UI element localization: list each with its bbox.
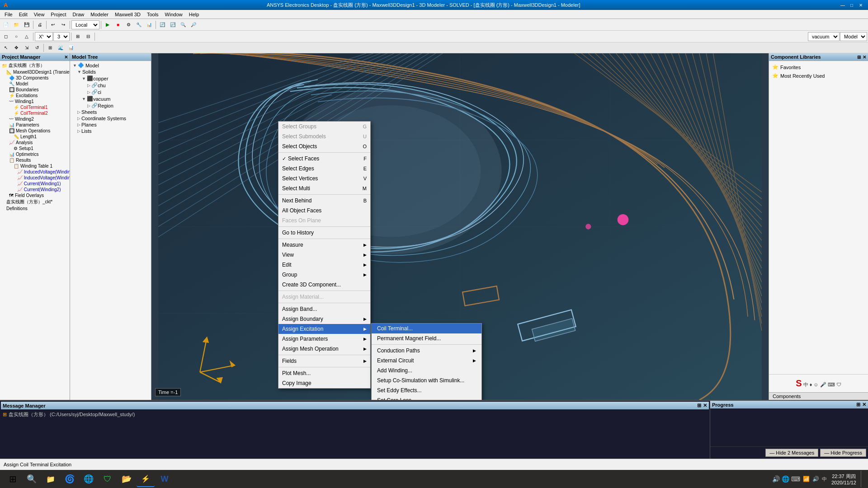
hide-messages-button[interactable]: — Hide 2 Messages bbox=[765, 449, 818, 457]
comp-favorites[interactable]: ⭐ Favorites bbox=[771, 63, 866, 71]
stop-button[interactable]: ■ bbox=[113, 20, 123, 30]
plane-dropdown[interactable]: XY XZ YZ bbox=[35, 32, 53, 41]
snap2[interactable]: ⊟ bbox=[83, 32, 93, 42]
tree-design[interactable]: 📐 Maxwell3DDesign1 (Transient)* bbox=[1, 69, 69, 75]
ctx-select-faces[interactable]: ✓Select FacesF bbox=[278, 154, 370, 164]
menu-window[interactable]: Window bbox=[162, 11, 185, 18]
show-desktop[interactable] bbox=[861, 471, 864, 487]
tree-winding-table[interactable]: 📋 Winding Table 1 bbox=[1, 163, 69, 169]
viewport[interactable]: Time =-1 0 Select GroupsG Select Submode… bbox=[151, 53, 769, 400]
edge-button[interactable]: 🌐 bbox=[80, 471, 98, 487]
tree-length1[interactable]: 📏 Length1 bbox=[1, 134, 69, 140]
model-item-ci[interactable]: ▷ 🔗 ci bbox=[71, 89, 150, 95]
comp-lib-close[interactable]: ✕ bbox=[863, 55, 866, 60]
draw-btn1[interactable]: ◻ bbox=[1, 32, 11, 42]
rotate1[interactable]: 🔄 bbox=[157, 20, 167, 30]
ctx-fields[interactable]: Fields▶ bbox=[278, 356, 370, 366]
tool3[interactable]: 📊 bbox=[144, 20, 154, 30]
results-btn[interactable]: 📊 bbox=[66, 43, 76, 53]
ctx-assign-band[interactable]: Assign Band... bbox=[278, 304, 370, 314]
ctx-assign-boundary[interactable]: Assign Boundary▶ bbox=[278, 314, 370, 324]
tree-results[interactable]: 📋 Results bbox=[1, 157, 69, 163]
tree-current2[interactable]: 📈 Current(Winding2) bbox=[1, 187, 69, 192]
ansys-button[interactable]: ⚡ bbox=[137, 471, 155, 487]
minimize-button[interactable]: — bbox=[839, 1, 846, 9]
tree-project[interactable]: 📁 盘实线圈（方形） bbox=[1, 62, 69, 69]
tree-excitations[interactable]: ⚡ Excitations bbox=[1, 93, 69, 99]
ctx-plot-mesh[interactable]: Plot Mesh... bbox=[278, 368, 370, 378]
ctx-edit[interactable]: Edit▶ bbox=[278, 260, 370, 270]
security-button[interactable]: 🛡 bbox=[99, 471, 117, 487]
redo-button[interactable]: ↪ bbox=[58, 20, 68, 30]
new-button[interactable]: 📄 bbox=[1, 20, 11, 30]
submenu-add-winding[interactable]: Add Winding... bbox=[372, 366, 481, 375]
tree-field-overlays[interactable]: 🗺 Field Overlays bbox=[1, 192, 69, 198]
model-item-solids[interactable]: ▼ Solids bbox=[71, 69, 150, 75]
swirl-button[interactable]: 🌀 bbox=[61, 471, 79, 487]
zoom-in[interactable]: 🔍 bbox=[178, 20, 188, 30]
ctx-assign-parameters[interactable]: Assign Parameters▶ bbox=[278, 334, 370, 344]
ctx-select-submodels[interactable]: Select SubmodelsU bbox=[278, 131, 370, 141]
submenu-conduction-paths[interactable]: Conduction Paths▶ bbox=[372, 346, 481, 356]
ctx-create-3d-comp[interactable]: Create 3D Component... bbox=[278, 280, 370, 290]
ctx-select-objects[interactable]: Select ObjectsO bbox=[278, 141, 370, 151]
ctx-select-edges[interactable]: Select EdgesE bbox=[278, 164, 370, 174]
tree-optimetrics[interactable]: 📊 Optimetrics bbox=[1, 151, 69, 157]
model-item-sheets[interactable]: ▷ Sheets bbox=[71, 109, 150, 115]
rotate-btn[interactable]: ↺ bbox=[32, 43, 42, 53]
maximize-button[interactable]: □ bbox=[848, 1, 855, 9]
submenu-set-eddy[interactable]: Set Eddy Effects... bbox=[372, 385, 481, 395]
simulate-button[interactable]: ▶ bbox=[103, 20, 113, 30]
select-btn[interactable]: ↖ bbox=[1, 43, 11, 53]
ctx-faces-on-plane[interactable]: Faces On Plane bbox=[278, 216, 370, 225]
tree-coilterminal1[interactable]: ⚡ CoilTerminal1 bbox=[1, 104, 69, 110]
task-view-button[interactable]: 📁 bbox=[42, 471, 60, 487]
ctx-group[interactable]: Group▶ bbox=[278, 270, 370, 280]
hide-progress-button[interactable]: — Hide Progress bbox=[820, 449, 866, 457]
tree-induced1[interactable]: 📈 InducedVoltage(Winding bbox=[1, 169, 69, 175]
snap1[interactable]: ⊞ bbox=[73, 32, 83, 42]
menu-tools[interactable]: Tools bbox=[144, 11, 161, 18]
menu-draw[interactable]: Draw bbox=[70, 11, 87, 18]
rotate2[interactable]: 🔃 bbox=[168, 20, 178, 30]
tree-setup1[interactable]: ⚙ Setup1 bbox=[1, 145, 69, 151]
tree-current1[interactable]: 📈 Current(Winding1) bbox=[1, 181, 69, 187]
tree-boundaries[interactable]: 🔲 Boundaries bbox=[1, 87, 69, 93]
tool1[interactable]: ⚙ bbox=[123, 20, 133, 30]
field-btn[interactable]: 🌊 bbox=[56, 43, 66, 53]
draw-btn3[interactable]: △ bbox=[22, 32, 32, 42]
model-item-region[interactable]: ▷ 🔗 Region bbox=[71, 102, 150, 109]
model-item-vacuum[interactable]: ▼ ⬛ vacuum bbox=[71, 95, 150, 102]
tree-mesh-ops[interactable]: 🔲 Mesh Operations bbox=[1, 128, 69, 134]
tree-model[interactable]: 🔧 Model bbox=[1, 81, 69, 87]
ctx-copy-image[interactable]: Copy Image bbox=[278, 378, 370, 388]
submenu-external-circuit[interactable]: External Circuit▶ bbox=[372, 356, 481, 366]
view-dropdown[interactable]: 3D 2D bbox=[53, 32, 70, 41]
zoom-out[interactable]: 🔎 bbox=[189, 20, 198, 30]
tree-winding2[interactable]: 〰 Winding2 bbox=[1, 116, 69, 122]
menu-project[interactable]: Project bbox=[48, 11, 69, 18]
tree-coilterminal2[interactable]: ⚡ CoilTerminal2 bbox=[1, 110, 69, 116]
components-tab[interactable]: Components bbox=[769, 392, 868, 400]
scale-btn[interactable]: ⇲ bbox=[22, 43, 32, 53]
ctx-select-groups[interactable]: Select GroupsG bbox=[278, 122, 370, 131]
submenu-set-core-loss[interactable]: Set Core Loss... bbox=[372, 395, 481, 400]
search-button[interactable]: 🔍 bbox=[23, 471, 41, 487]
undo-button[interactable]: ↩ bbox=[48, 20, 58, 30]
ctx-select-multi[interactable]: Select MultiM bbox=[278, 183, 370, 193]
ctx-select-vertices[interactable]: Select VerticesV bbox=[278, 174, 370, 183]
progress-pin[interactable]: ⊞ bbox=[856, 402, 860, 408]
coordinate-dropdown[interactable]: Local Global bbox=[71, 20, 99, 29]
ctx-go-to-history[interactable]: Go to History bbox=[278, 228, 370, 238]
start-button[interactable]: ⊞ bbox=[4, 471, 22, 487]
pm-close-icon[interactable]: ✕ bbox=[64, 55, 68, 60]
ctx-next-behind[interactable]: Next BehindB bbox=[278, 196, 370, 206]
save-button[interactable]: 💾 bbox=[22, 20, 32, 30]
menu-modeler[interactable]: Modeler bbox=[88, 11, 111, 18]
menu-view[interactable]: View bbox=[31, 11, 47, 18]
ctx-measure[interactable]: Measure▶ bbox=[278, 240, 370, 250]
files-button[interactable]: 📂 bbox=[118, 471, 136, 487]
ctx-all-object-faces[interactable]: All Object Faces bbox=[278, 206, 370, 216]
ctx-assign-material[interactable]: Assign Material... bbox=[278, 292, 370, 302]
tool2[interactable]: 🔧 bbox=[134, 20, 144, 30]
